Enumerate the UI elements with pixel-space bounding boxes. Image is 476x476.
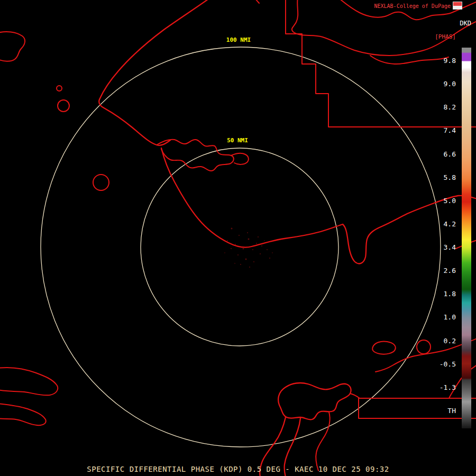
colorbar-tick: 9.8 xyxy=(432,57,456,65)
colorbar-tick: 0.2 xyxy=(432,337,456,345)
radar-map-svg xyxy=(0,0,476,476)
lake-west-1 xyxy=(58,100,69,112)
map-boundaries xyxy=(0,0,476,476)
colorbar-tick: 3.4 xyxy=(432,243,456,252)
colorbar-tick: 7.4 xyxy=(432,126,456,135)
colorbar xyxy=(462,48,471,428)
colorbar-tick: TH xyxy=(432,407,456,415)
colorbar-tick: 1.8 xyxy=(432,290,456,298)
colorbar-tick: 5.8 xyxy=(432,173,456,182)
colorbar-tick: 8.2 xyxy=(432,103,456,112)
product-code-label: DKD xyxy=(460,20,471,27)
colorbar-tick: 9.0 xyxy=(432,80,456,88)
lake-northwest xyxy=(0,32,25,61)
county-boundary-se-2 xyxy=(359,398,476,418)
lake-east-round xyxy=(417,340,431,354)
river-south-connector xyxy=(350,393,360,398)
colorbar-tick: -0.5 xyxy=(432,360,456,369)
units-label: [PHAS] xyxy=(435,33,456,40)
island-southwest-1 xyxy=(0,368,58,395)
colorbar-tick: -1.3 xyxy=(432,383,456,392)
product-caption: SPECIFIC DIFFERENTIAL PHASE (KDP) 0.5 DE… xyxy=(87,465,389,473)
cod-logo-icon xyxy=(453,2,462,10)
lake-west-2 xyxy=(57,86,62,91)
bay-south xyxy=(278,383,351,419)
radar-display: NEXLAB-College of DuPage DKD [PHAS] 9.89… xyxy=(0,0,476,476)
lake-west-3 xyxy=(93,175,109,190)
colorbar-tick: 6.6 xyxy=(432,150,456,159)
page-title: NEXLAB-College of DuPage xyxy=(374,3,451,9)
coastline-northwest xyxy=(99,0,210,145)
boundary-top-segment xyxy=(255,0,259,3)
river-east xyxy=(376,338,476,372)
outer-ring-label: 100 NMI xyxy=(225,36,252,43)
coastline-south-east xyxy=(161,148,476,263)
colorbar-tick: 1.0 xyxy=(432,313,456,322)
lake-east xyxy=(372,341,396,354)
island-southwest-2 xyxy=(0,404,46,425)
inner-ring-label: 50 NMI xyxy=(225,137,250,144)
bay-shoreline xyxy=(157,140,234,171)
colorbar-tick: 2.6 xyxy=(432,267,456,275)
colorbar-tick: 5.0 xyxy=(432,197,456,205)
river-south-3 xyxy=(316,412,329,471)
colorbar-tick: 4.2 xyxy=(432,220,456,228)
